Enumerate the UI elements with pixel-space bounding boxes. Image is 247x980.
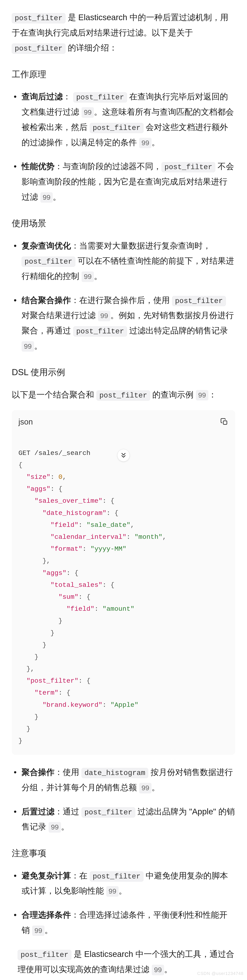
code-line: GET /sales/_search bbox=[18, 449, 90, 457]
dsl-intro-text: 以下是一个结合聚合和 bbox=[12, 390, 96, 399]
code-block-body[interactable]: GET /sales/_search { "size": 0, "aggs": … bbox=[12, 433, 235, 755]
item-label: 后置过滤 bbox=[22, 807, 54, 816]
list-item: 结合聚合操作：在进行聚合操作后，使用 post_filter 对聚合结果进行过滤… bbox=[12, 293, 235, 353]
watermark: CSDN @user1234748 bbox=[197, 970, 244, 978]
citation-marker[interactable]: 99 bbox=[106, 886, 119, 897]
code-block: json GET /sales/_search { "size": 0, "ag… bbox=[12, 410, 235, 755]
citation-marker[interactable]: 99 bbox=[81, 107, 94, 118]
section-title-working-principle: 工作原理 bbox=[12, 66, 235, 82]
item-text: ：与查询阶段的过滤器不同， bbox=[54, 162, 161, 171]
citation-marker[interactable]: 99 bbox=[196, 390, 209, 401]
item-text: 。 bbox=[34, 341, 42, 350]
intro-paragraph: post_filter 是 Elasticsearch 中的一种后置过滤机制，用… bbox=[12, 10, 235, 56]
list-item: 复杂查询优化：当需要对大量数据进行复杂查询时，post_filter 可以在不牺… bbox=[12, 238, 235, 284]
item-text: ：当需要对大量数据进行复杂查询时， bbox=[71, 241, 211, 250]
dsl-intro: 以下是一个结合聚合和 post_filter 的查询示例 99： bbox=[12, 387, 235, 402]
item-text: 。 bbox=[53, 192, 61, 202]
list-item: 后置过滤：通过 post_filter 过滤出品牌为 "Apple" 的销售记录… bbox=[12, 804, 235, 834]
list-item: 聚合操作：使用 date_histogram 按月份对销售数据进行分组，并计算每… bbox=[12, 765, 235, 795]
code-language-label: json bbox=[18, 415, 33, 429]
citation-marker[interactable]: 99 bbox=[49, 822, 61, 833]
citation-marker[interactable]: 99 bbox=[81, 272, 94, 282]
code-token: post_filter bbox=[18, 950, 71, 960]
item-text: 。 bbox=[151, 138, 160, 147]
code-token: post_filter bbox=[81, 807, 135, 818]
dsl-intro-text: 的查询示例 bbox=[150, 390, 196, 399]
item-label: 聚合操作 bbox=[22, 768, 54, 777]
list-working-principle: 查询后过滤： post_filter 在查询执行完毕后对返回的文档集进行过滤 9… bbox=[12, 89, 235, 204]
item-label: 合理选择条件 bbox=[22, 910, 71, 920]
item-text: ：在 bbox=[71, 871, 90, 880]
code-token: post_filter bbox=[90, 123, 143, 133]
list-use-cases: 复杂查询优化：当需要对大量数据进行复杂查询时，post_filter 可以在不牺… bbox=[12, 238, 235, 353]
item-label: 性能优势 bbox=[22, 162, 54, 171]
citation-marker[interactable]: 99 bbox=[22, 341, 34, 352]
expand-code-button[interactable] bbox=[117, 449, 130, 461]
section-title-notes: 注意事项 bbox=[12, 845, 235, 861]
citation-marker[interactable]: 99 bbox=[152, 965, 164, 975]
item-label: 查询后过滤 bbox=[22, 92, 63, 101]
item-text: ：通过 bbox=[54, 807, 81, 816]
item-label: 复杂查询优化 bbox=[22, 241, 71, 250]
code-block-header: json bbox=[12, 410, 235, 433]
section-title-use-cases: 使用场景 bbox=[12, 215, 235, 231]
code-token: post_filter bbox=[12, 13, 65, 23]
code-token: post_filter bbox=[90, 872, 143, 881]
item-label: 结合聚合操作 bbox=[22, 296, 71, 305]
list-item: 避免复杂计算：在 post_filter 中避免使用复杂的脚本或计算，以免影响性… bbox=[12, 868, 235, 899]
list-notes: 避免复杂计算：在 post_filter 中避免使用复杂的脚本或计算，以免影响性… bbox=[12, 868, 235, 938]
item-text: 。 bbox=[151, 783, 160, 792]
svg-rect-0 bbox=[223, 421, 227, 424]
citation-marker[interactable]: 99 bbox=[139, 783, 152, 794]
code-token: post_filter bbox=[73, 92, 127, 102]
item-text: 。 bbox=[119, 886, 127, 895]
intro-text-2: 的详细介绍： bbox=[65, 43, 117, 52]
section-title-dsl-example: DSL 使用示例 bbox=[12, 364, 235, 380]
item-text: ：使用 bbox=[54, 768, 81, 777]
code-token: date_histogram bbox=[81, 768, 148, 778]
code-token: post_filter bbox=[73, 326, 127, 337]
item-text: 。 bbox=[94, 272, 102, 281]
item-label: 避免复杂计算 bbox=[22, 871, 71, 880]
citation-marker[interactable]: 99 bbox=[98, 311, 111, 321]
list-item: 性能优势：与查询阶段的过滤器不同，post_filter 不会影响查询阶段的性能… bbox=[12, 159, 235, 204]
list-item: 查询后过滤： post_filter 在查询执行完毕后对返回的文档集进行过滤 9… bbox=[12, 89, 235, 150]
citation-marker[interactable]: 99 bbox=[40, 192, 53, 203]
code-token: post_filter bbox=[96, 390, 150, 401]
dsl-intro-text: ： bbox=[209, 390, 217, 399]
code-token: post_filter bbox=[22, 256, 75, 267]
code-token: post_filter bbox=[172, 296, 226, 306]
item-text: 。 bbox=[45, 926, 53, 935]
item-text: 对聚合结果进行过滤 bbox=[22, 311, 98, 320]
list-item: 合理选择条件：合理选择过滤条件，平衡便利性和性能开销 99。 bbox=[12, 907, 235, 938]
item-text: ：在进行聚合操作后，使用 bbox=[71, 296, 172, 305]
item-text: 过滤出特定品牌的销售记录 bbox=[127, 326, 228, 335]
citation-marker[interactable]: 99 bbox=[139, 138, 152, 148]
outro-text: 。 bbox=[164, 965, 172, 974]
copy-icon[interactable] bbox=[220, 417, 229, 426]
list-explanation: 聚合操作：使用 date_histogram 按月份对销售数据进行分组，并计算每… bbox=[12, 765, 235, 834]
code-token: post_filter bbox=[161, 162, 215, 172]
citation-marker[interactable]: 99 bbox=[32, 926, 45, 936]
item-text: 。 bbox=[61, 822, 69, 831]
code-token: post_filter bbox=[12, 43, 65, 54]
